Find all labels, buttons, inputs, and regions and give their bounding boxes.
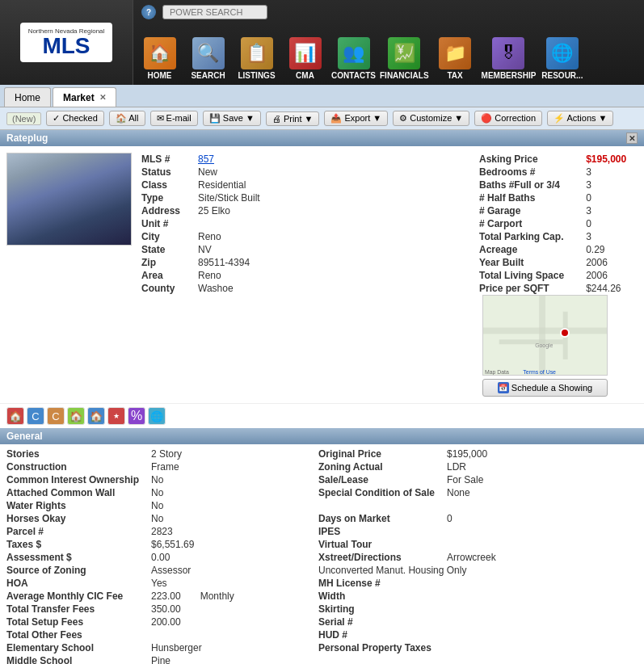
help-button[interactable]: ?	[141, 5, 156, 19]
tab-market-close[interactable]: ✕	[99, 93, 106, 102]
nav-item-cma[interactable]: 📊 CMA	[283, 37, 327, 83]
general-row: Water RightsNo	[0, 499, 644, 512]
new-badge: (New)	[6, 112, 41, 125]
gen-right-label: HUD #	[318, 629, 444, 641]
power-search-input[interactable]	[162, 5, 267, 19]
map-pin	[560, 328, 570, 338]
garage-row: # Garage 3	[476, 204, 638, 217]
home-icon: 🏠	[144, 37, 176, 69]
zip-label: Zip	[138, 256, 195, 269]
nav-item-search[interactable]: 🔍 SEARCH	[186, 37, 230, 83]
gen-field-label: Taxes $	[6, 539, 148, 550]
actions-button[interactable]: ⚡ Actions ▼	[547, 111, 613, 126]
gen-right-value: Unconverted Manut. Housing Only	[318, 565, 466, 576]
gen-field-value: $6,551.69	[151, 539, 194, 550]
county-row: County Washoe	[138, 282, 469, 295]
address-row: Address 25 Elko	[138, 204, 469, 217]
gen-field-value: No	[151, 487, 163, 498]
nav-item-home[interactable]: 🏠 HOME	[137, 37, 182, 83]
calendar-icon: 📅	[498, 382, 509, 393]
action-icon-2[interactable]: C	[27, 407, 44, 425]
listings-icon: 📋	[241, 37, 273, 69]
nav-item-membership[interactable]: 🎖 MEMBERSHIP	[482, 37, 537, 83]
save-button[interactable]: 💾 Save ▼	[203, 111, 261, 126]
gen-right-value: 0	[447, 513, 452, 524]
general-row: Taxes $$6,551.69Virtual Tour	[0, 538, 644, 551]
area-label: Area	[138, 269, 195, 282]
property-photo[interactable]	[6, 153, 132, 246]
county-value: Washoe	[195, 282, 469, 295]
mls-link[interactable]: 857	[198, 153, 214, 165]
gen-field-value: 0.00	[151, 552, 170, 563]
rateplug-close-button[interactable]: ✕	[626, 132, 638, 144]
resources-label: RESOUR...	[541, 71, 583, 80]
status-row: Status New	[138, 166, 469, 179]
logo-area: Northern Nevada Regional MLS	[0, 0, 133, 85]
action-icon-3[interactable]: C	[47, 407, 65, 425]
action-icon-7[interactable]: %	[128, 407, 145, 425]
address-value: 25 Elko	[195, 204, 469, 217]
action-icon-4[interactable]: 🏠	[67, 407, 85, 425]
type-label: Type	[138, 191, 195, 204]
general-row: Middle SchoolPine	[0, 654, 644, 664]
nav-item-listings[interactable]: 📋 LISTINGS	[234, 37, 279, 83]
customize-button[interactable]: ⚙ Customize ▼	[393, 111, 469, 126]
tab-market[interactable]: Market ✕	[53, 87, 116, 107]
map-container[interactable]: Map Data Terms of Use Google	[482, 295, 608, 376]
gen-field-value: Frame	[151, 461, 179, 473]
nav-item-contacts[interactable]: 👥 CONTACTS	[331, 37, 376, 83]
rateplug-section-header: Rateplug ✕	[0, 130, 644, 146]
class-label: Class	[138, 179, 195, 191]
gen-field-label: Source of Zoning	[6, 565, 148, 576]
zip-row: Zip 89511-4394	[138, 256, 469, 269]
gen-field-label: Common Interest Ownership	[6, 474, 148, 485]
all-button[interactable]: 🏠 All	[109, 111, 145, 126]
area-value: Reno	[195, 269, 469, 282]
gen-field-value: No	[151, 513, 163, 524]
email-button[interactable]: ✉ E-mail	[150, 111, 198, 126]
tabs-row: Home Market ✕	[0, 85, 644, 107]
nav-item-financials[interactable]: 💹 FINANCIALS	[380, 37, 429, 83]
gen-right-label: MH License #	[318, 578, 444, 589]
property-info-left: MLS # 857 Status New Class Residential T…	[138, 153, 469, 397]
gen-right-label: Special Condition of Sale	[318, 487, 444, 498]
action-icon-5[interactable]: 🏠	[87, 407, 105, 425]
schedule-showing-button[interactable]: 📅 Schedule a Showing	[482, 379, 608, 397]
baths-value: 3	[583, 179, 638, 191]
mls-value: 857	[195, 153, 469, 166]
gen-right-label: Zoning Actual	[318, 461, 444, 473]
action-icon-6[interactable]: ★	[107, 407, 125, 425]
gen-field-label: Middle School	[6, 655, 148, 664]
action-icon-1[interactable]: 🏠	[6, 407, 24, 425]
gen-field-value: Hunsberger	[151, 642, 202, 653]
gen-field-label: Horses Okay	[6, 513, 148, 524]
bedrooms-value: 3	[583, 166, 638, 179]
gen-right-value: LDR	[447, 461, 466, 473]
area-row: Area Reno	[138, 269, 469, 282]
tab-home[interactable]: Home	[4, 87, 51, 107]
gen-right-label: Skirting	[318, 603, 444, 615]
property-info-table: MLS # 857 Status New Class Residential T…	[138, 153, 469, 295]
parking-label: Total Parking Cap.	[476, 230, 583, 243]
gen-field-value: 223.00	[151, 590, 181, 602]
nav-item-tax[interactable]: 📁 TAX	[433, 37, 478, 83]
gen-right-value: $195,000	[447, 448, 487, 460]
unit-row: Unit #	[138, 217, 469, 230]
gen-field-value: 2823	[151, 526, 173, 537]
baths-label: Baths #Full or 3/4	[476, 179, 583, 191]
acreage-value: 0.29	[583, 243, 638, 256]
address-label: Address	[138, 204, 195, 217]
svg-rect-2	[539, 296, 545, 376]
print-button[interactable]: 🖨 Print ▼	[266, 111, 320, 126]
correction-button[interactable]: 🔴 Correction	[474, 111, 542, 126]
resources-icon: 🌐	[546, 37, 579, 69]
action-icon-8[interactable]: 🌐	[148, 407, 166, 425]
map-area: Map Data Terms of Use Google 📅 Schedule …	[482, 295, 608, 397]
checked-button[interactable]: ✓ Checked	[46, 111, 103, 126]
export-button[interactable]: 📤 Export ▼	[324, 111, 388, 126]
class-value: Residential	[195, 179, 469, 191]
action-icons-row: 🏠 C C 🏠 🏠 ★ % 🌐	[0, 403, 644, 428]
parking-row: Total Parking Cap. 3	[476, 230, 638, 243]
nav-item-resources[interactable]: 🌐 RESOUR...	[540, 37, 584, 83]
gen-field-value: 200.00	[151, 616, 181, 628]
